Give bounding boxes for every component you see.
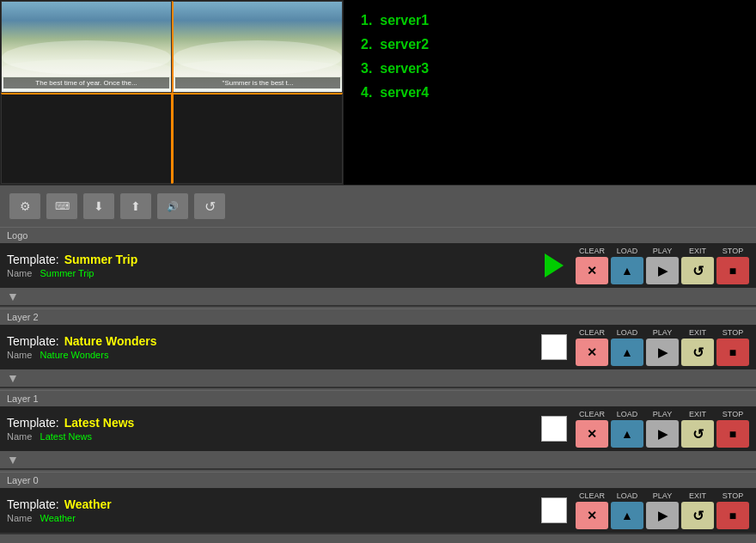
layer-2-header: Layer 2 xyxy=(0,308,756,325)
ctrl-group-stop-2: STOP xyxy=(716,328,749,366)
upload-button[interactable]: ⬆ xyxy=(119,192,152,220)
layer-1: Layer 1 Template: Latest News Name Lates… xyxy=(0,390,756,470)
ctrl-play-label-0: PLAY xyxy=(653,491,672,500)
clear-button-logo[interactable] xyxy=(576,257,608,284)
exit-button-2[interactable] xyxy=(681,339,714,366)
clear-button-2[interactable] xyxy=(576,339,608,366)
up-icon-0 xyxy=(621,509,633,522)
stop-button-2[interactable] xyxy=(716,339,749,366)
download-icon: ⬇ xyxy=(94,199,104,213)
ctrl-group-stop-1: STOP xyxy=(716,410,749,448)
layer-2-name-label: Name xyxy=(7,350,32,360)
layer-1-template-label: Template: xyxy=(7,416,59,430)
load-button-1[interactable] xyxy=(611,420,643,448)
server-item-2[interactable]: 2. server2 xyxy=(361,37,739,52)
server-name-1: server1 xyxy=(380,13,429,27)
server-item-3[interactable]: 3. server3 xyxy=(361,61,739,76)
server-name-2: server2 xyxy=(380,37,429,52)
download-button[interactable]: ⬇ xyxy=(82,192,115,220)
stop-button-1[interactable] xyxy=(716,420,749,448)
refresh-icon: ↺ xyxy=(204,198,216,215)
layer-logo-info: Template: Summer Trip Name Summer Trip xyxy=(7,253,533,278)
up-icon-2 xyxy=(621,345,633,359)
play-button-0[interactable] xyxy=(646,502,679,529)
layer-1-expand[interactable]: ▼ xyxy=(0,451,756,468)
video-cell-3 xyxy=(172,93,343,185)
exit-icon-0 xyxy=(692,508,704,524)
keyboard-button[interactable]: ⌨ xyxy=(46,192,78,220)
layer-0-template-line: Template: Weather xyxy=(7,497,533,511)
ctrl-exit-label-2: EXIT xyxy=(689,328,706,337)
layer-0-name-line: Name Weather xyxy=(7,513,533,523)
stop-button-0[interactable] xyxy=(716,502,749,529)
layer-0-name-value: Weather xyxy=(40,513,76,523)
layer-2-info: Template: Nature Wonders Name Nature Won… xyxy=(7,334,533,360)
layer-1-name-value: Latest News xyxy=(40,431,93,442)
ctrl-load-label-logo: LOAD xyxy=(617,247,638,255)
ctrl-exit-label-1: EXIT xyxy=(689,410,706,418)
layer-0-template-name: Weather xyxy=(64,497,112,511)
server-name-4: server4 xyxy=(380,85,429,100)
stop-icon-2 xyxy=(729,345,736,359)
load-button-0[interactable] xyxy=(611,502,643,529)
layer-logo-template-name: Summer Trip xyxy=(64,253,138,266)
layer-2: Layer 2 Template: Nature Wonders Name Na… xyxy=(0,308,756,388)
up-icon-1 xyxy=(621,427,633,441)
stop-icon xyxy=(729,264,736,278)
layer-2-expand[interactable]: ▼ xyxy=(0,369,756,387)
ctrl-group-exit-1: EXIT xyxy=(681,410,714,448)
ctrl-clear-label-2: CLEAR xyxy=(579,328,605,337)
server-panel: 1. server1 2. server2 3. server3 4. serv… xyxy=(344,0,756,185)
load-button-logo[interactable] xyxy=(611,257,643,284)
up-arrow-icon xyxy=(621,264,633,278)
ctrl-group-load-0: LOAD xyxy=(611,491,643,529)
server-item-4[interactable]: 4. server4 xyxy=(361,85,739,101)
x-icon-1 xyxy=(587,427,597,441)
layer-logo-name-value: Summer Trip xyxy=(40,268,94,278)
clear-button-1[interactable] xyxy=(576,420,608,448)
ctrl-clear-label-0: CLEAR xyxy=(579,491,605,500)
refresh-button[interactable]: ↺ xyxy=(193,192,226,220)
layer-0-header: Layer 0 xyxy=(0,472,756,488)
layer-2-label: Layer 2 xyxy=(7,312,39,322)
exit-button-0[interactable] xyxy=(681,502,714,529)
exit-button-logo[interactable] xyxy=(681,257,714,284)
caption-1: "Summer is the best t... xyxy=(175,77,340,88)
exit-icon xyxy=(692,263,704,279)
play-button-1[interactable] xyxy=(646,420,679,448)
server-item-1[interactable]: 1. server1 xyxy=(361,13,739,28)
layer-logo-controls: CLEAR LOAD PLAY xyxy=(576,247,749,284)
top-section: 11:13:37 The best time of year. Once the… xyxy=(0,0,756,185)
server-number-4: 4. xyxy=(361,85,372,100)
ctrl-group-exit-logo: EXIT xyxy=(681,247,714,284)
layer-logo-preview xyxy=(541,253,567,278)
layer-1-info: Template: Latest News Name Latest News xyxy=(7,416,533,442)
play-button-2[interactable] xyxy=(646,339,679,366)
stop-icon-1 xyxy=(729,427,736,441)
volume-button[interactable]: 🔊 xyxy=(156,192,189,220)
play-icon xyxy=(658,264,668,278)
layer-0: Layer 0 Template: Weather Name Weather C… xyxy=(0,472,756,534)
video-grid: 11:13:37 The best time of year. Once the… xyxy=(0,0,344,185)
stop-button-logo[interactable] xyxy=(716,257,749,284)
clear-button-0[interactable] xyxy=(576,502,608,529)
gear-button[interactable]: ⚙ xyxy=(9,192,41,220)
load-button-2[interactable] xyxy=(611,339,643,366)
ctrl-play-label-2: PLAY xyxy=(653,328,672,337)
layer-2-name-value: Nature Wonders xyxy=(40,350,109,360)
play-button-logo[interactable] xyxy=(646,257,679,284)
toolbar: ⚙ ⌨ ⬇ ⬆ 🔊 ↺ xyxy=(0,185,756,227)
layer-2-template-label: Template: xyxy=(7,334,59,348)
ctrl-exit-label-0: EXIT xyxy=(689,491,706,500)
layer-logo-expand[interactable]: ▼ xyxy=(0,288,756,305)
volume-icon: 🔊 xyxy=(167,201,179,212)
ctrl-stop-label-logo: STOP xyxy=(722,247,743,255)
ctrl-stop-label-0: STOP xyxy=(722,491,743,500)
exit-button-1[interactable] xyxy=(681,420,714,448)
layer-1-name-line: Name Latest News xyxy=(7,431,533,442)
ctrl-group-load-logo: LOAD xyxy=(611,247,643,284)
layer-1-preview xyxy=(541,416,567,442)
ctrl-group-play-logo: PLAY xyxy=(646,247,679,284)
gear-icon: ⚙ xyxy=(20,199,31,213)
ctrl-group-load-1: LOAD xyxy=(611,410,643,448)
